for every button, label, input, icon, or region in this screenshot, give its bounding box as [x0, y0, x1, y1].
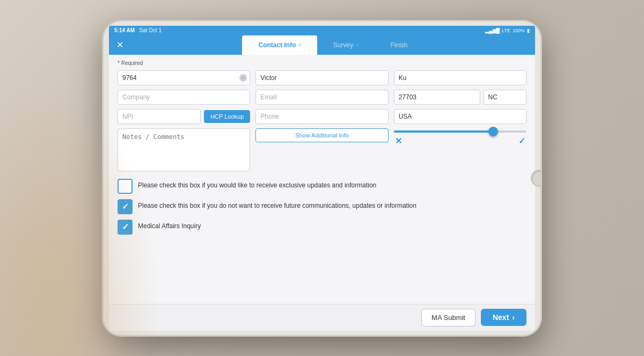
- bottom-bar: MA Submit Next ›: [109, 304, 535, 331]
- status-date: Sat Oct 1: [139, 27, 162, 33]
- scene: 5:14 AM Sat Oct 1 ▂▄▆█ LTE 100% ▮ ✕ Cont…: [0, 0, 644, 356]
- slider-fill: [394, 130, 493, 133]
- zip-state-row: [394, 90, 526, 105]
- checkbox-2-label: Please check this box if you do not want…: [138, 199, 416, 210]
- ma-submit-button[interactable]: MA Submit: [421, 309, 475, 326]
- tabs-container: Contact Info › Survey › Finish: [131, 35, 535, 55]
- slider-track-container: [394, 130, 526, 133]
- clear-id-button[interactable]: ✕: [239, 74, 247, 82]
- right-column: ✕ ✓: [394, 70, 526, 171]
- checkbox-1-label: Please check this box if you would like …: [138, 179, 376, 190]
- main-content: ✕ HCP Lookup Show Add: [118, 70, 526, 171]
- slider-thumb[interactable]: [488, 127, 498, 136]
- slider-check-icon: ✓: [518, 136, 525, 146]
- required-label: * Required: [118, 60, 526, 66]
- status-time: 5:14 AM: [114, 27, 135, 33]
- checkbox-1[interactable]: [118, 179, 133, 194]
- country-input[interactable]: [394, 109, 526, 124]
- left-column: ✕ HCP Lookup: [118, 70, 250, 171]
- checkbox-2[interactable]: ✓: [118, 199, 133, 214]
- npi-row: HCP Lookup: [118, 109, 250, 124]
- slider-x-icon: ✕: [395, 136, 402, 146]
- slider-icons: ✕ ✓: [394, 136, 526, 146]
- email-input[interactable]: [255, 90, 388, 105]
- tab-arrow-1: ›: [299, 42, 301, 48]
- tab-contact-info[interactable]: Contact Info ›: [242, 35, 317, 55]
- middle-column: Show Additional Info: [255, 70, 388, 171]
- checkbox-row-2: ✓ Please check this box if you do not wa…: [118, 199, 526, 214]
- signal-icon: ▂▄▆█: [485, 28, 500, 33]
- checkbox-row-3: ✓ Medical Affairs Inquiry: [118, 220, 526, 235]
- id-field-wrapper: ✕: [118, 70, 250, 85]
- checkbox-3[interactable]: ✓: [118, 220, 133, 235]
- next-button-label: Next: [493, 313, 509, 322]
- notes-input[interactable]: [118, 128, 250, 171]
- form-area: * Required ✕ HCP Lookup: [109, 55, 535, 304]
- state-input[interactable]: [484, 90, 526, 105]
- lte-label: LTE: [502, 28, 510, 33]
- tab-survey[interactable]: Survey ›: [317, 35, 375, 55]
- first-name-input[interactable]: [255, 70, 388, 85]
- battery-label: 100%: [513, 28, 525, 33]
- status-right: ▂▄▆█ LTE 100% ▮: [485, 28, 530, 33]
- checkbox-row-1: Please check this box if you would like …: [118, 179, 526, 194]
- npi-input[interactable]: [118, 109, 201, 124]
- tab-survey-label: Survey: [333, 41, 353, 49]
- tab-contact-info-label: Contact Info: [258, 41, 296, 49]
- slider-area: ✕ ✓: [394, 128, 526, 148]
- next-button[interactable]: Next ›: [481, 309, 526, 326]
- tab-arrow-2: ›: [356, 42, 358, 48]
- checkbox-3-check-icon: ✓: [122, 222, 129, 232]
- nav-tabs: ✕ Contact Info › Survey › Finish: [109, 35, 535, 55]
- zip-input[interactable]: [394, 90, 480, 105]
- hcp-lookup-button[interactable]: HCP Lookup: [204, 110, 250, 123]
- status-bar: 5:14 AM Sat Oct 1 ▂▄▆█ LTE 100% ▮: [109, 26, 535, 35]
- tablet-screen: 5:14 AM Sat Oct 1 ▂▄▆█ LTE 100% ▮ ✕ Cont…: [109, 26, 535, 331]
- checkbox-3-label: Medical Affairs Inquiry: [138, 220, 201, 231]
- show-additional-button[interactable]: Show Additional Info: [255, 128, 388, 142]
- checkbox-2-check-icon: ✓: [122, 201, 129, 212]
- company-input[interactable]: [118, 90, 250, 105]
- tablet: 5:14 AM Sat Oct 1 ▂▄▆█ LTE 100% ▮ ✕ Cont…: [102, 20, 542, 337]
- checkbox-section: Please check this box if you would like …: [118, 175, 526, 237]
- slider-track[interactable]: [394, 130, 526, 133]
- status-time-date: 5:14 AM Sat Oct 1: [114, 27, 162, 33]
- tab-finish-label: Finish: [391, 41, 408, 49]
- next-arrow-icon: ›: [512, 313, 515, 322]
- phone-input[interactable]: [255, 109, 388, 124]
- id-number-input[interactable]: [118, 70, 250, 85]
- last-name-input[interactable]: [394, 70, 526, 85]
- battery-icon: ▮: [527, 28, 530, 33]
- close-button[interactable]: ✕: [109, 35, 131, 55]
- tab-finish[interactable]: Finish: [375, 35, 424, 55]
